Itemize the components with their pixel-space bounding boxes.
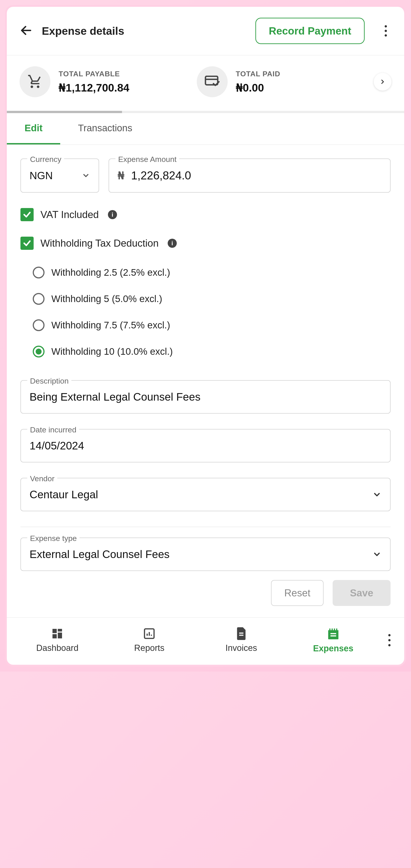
bottom-nav: Dashboard Reports Invoices Expenses [7, 617, 404, 665]
radio-icon [33, 267, 45, 278]
vat-included-row: VAT Included i [21, 208, 390, 221]
svg-rect-5 [58, 632, 62, 639]
expense-type-value: External Legal Counsel Fees [30, 548, 170, 560]
cart-icon [20, 66, 51, 97]
wht-option-label: Withholding 2.5 (2.5% excl.) [51, 267, 170, 278]
info-icon[interactable]: i [108, 210, 117, 219]
paid-value: ₦0.00 [236, 81, 281, 94]
svg-rect-12 [239, 635, 243, 636]
nav-label: Reports [134, 643, 165, 653]
svg-rect-1 [205, 76, 218, 85]
edit-form: Currency NGN Expense Amount ₦ 1,226,824.… [7, 145, 404, 578]
description-label: Description [27, 376, 71, 385]
chevron-down-icon [82, 172, 90, 180]
svg-rect-4 [58, 629, 62, 631]
wht-option-2-5[interactable]: Withholding 2.5 (2.5% excl.) [33, 259, 390, 286]
tab-transactions[interactable]: Transactions [60, 113, 150, 145]
nav-dashboard[interactable]: Dashboard [11, 627, 104, 653]
record-payment-button[interactable]: Record Payment [255, 18, 365, 44]
arrow-left-icon [20, 24, 33, 37]
radio-icon-selected [33, 346, 45, 358]
wht-row: Withholding Tax Deduction i [21, 237, 390, 250]
tabs: Edit Transactions [7, 113, 404, 145]
nav-invoices[interactable]: Invoices [196, 627, 287, 653]
amount-value: 1,226,824.0 [131, 169, 191, 182]
currency-select[interactable]: Currency NGN [21, 158, 99, 193]
date-incurred-input[interactable]: Date incurred 14/05/2024 [21, 429, 390, 462]
form-actions: Reset Save [7, 578, 404, 617]
vat-checkbox[interactable] [21, 208, 34, 221]
reset-button[interactable]: Reset [271, 580, 324, 606]
page-title: Expense details [42, 25, 124, 37]
wht-options: Withholding 2.5 (2.5% excl.) Withholding… [21, 259, 390, 365]
app-screen: Expense details Record Payment TOTAL PAY… [5, 5, 406, 666]
vat-label: VAT Included [40, 209, 99, 220]
nav-reports[interactable]: Reports [104, 627, 196, 653]
expense-type-select[interactable]: Expense type External Legal Counsel Fees [21, 537, 390, 571]
tab-edit[interactable]: Edit [7, 113, 60, 145]
wht-checkbox[interactable] [21, 237, 34, 250]
currency-label: Currency [27, 155, 64, 164]
nav-label: Expenses [313, 644, 353, 653]
overflow-menu-button[interactable] [380, 19, 391, 43]
nav-expenses[interactable]: Expenses [287, 627, 379, 653]
expenses-icon [326, 627, 340, 641]
paid-label: TOTAL PAID [236, 70, 281, 78]
separator [21, 527, 390, 527]
description-input[interactable]: Description Being External Legal Counsel… [21, 380, 390, 413]
info-icon[interactable]: i [168, 239, 177, 248]
amount-label: Expense Amount [115, 155, 179, 164]
radio-icon [33, 319, 45, 331]
wht-option-label: Withholding 7.5 (7.5% excl.) [51, 320, 170, 331]
vendor-label: Vendor [27, 474, 57, 483]
naira-symbol: ₦ [118, 169, 124, 182]
save-button[interactable]: Save [333, 580, 390, 606]
wht-option-7-5[interactable]: Withholding 7.5 (7.5% excl.) [33, 312, 390, 338]
back-button[interactable] [20, 24, 33, 38]
wht-option-label: Withholding 10 (10.0% excl.) [51, 346, 173, 357]
summary-scroll-indicator [7, 111, 122, 113]
nav-label: Invoices [225, 643, 257, 653]
svg-rect-14 [330, 636, 336, 637]
chevron-down-icon [372, 490, 381, 499]
expense-type-label: Expense type [27, 534, 80, 543]
currency-value: NGN [30, 169, 53, 182]
invoices-icon [235, 627, 247, 640]
expense-amount-input[interactable]: Expense Amount ₦ 1,226,824.0 [109, 158, 390, 193]
total-paid: TOTAL PAID ₦0.00 [197, 66, 374, 97]
summary-row: TOTAL PAYABLE ₦1,112,700.84 TOTAL PAID ₦… [7, 55, 404, 111]
nav-label: Dashboard [36, 643, 78, 653]
svg-rect-3 [53, 629, 57, 633]
wht-option-5[interactable]: Withholding 5 (5.0% excl.) [33, 286, 390, 312]
vendor-value: Centaur Legal [30, 488, 98, 501]
vendor-select[interactable]: Vendor Centaur Legal [21, 478, 390, 511]
date-value: 14/05/2024 [30, 439, 381, 452]
wht-option-10[interactable]: Withholding 10 (10.0% excl.) [33, 338, 390, 365]
svg-rect-6 [53, 634, 57, 639]
radio-icon [33, 293, 45, 305]
description-value: Being External Legal Counsel Fees [30, 391, 381, 403]
chevron-right-icon [379, 79, 386, 85]
summary-scroll-track [7, 111, 404, 113]
svg-rect-13 [330, 633, 336, 634]
header: Expense details Record Payment [7, 7, 404, 55]
payable-label: TOTAL PAYABLE [59, 70, 129, 78]
wht-option-label: Withholding 5 (5.0% excl.) [51, 293, 162, 304]
dashboard-icon [51, 627, 64, 640]
check-icon [23, 210, 31, 219]
payable-value: ₦1,112,700.84 [59, 81, 129, 94]
svg-rect-11 [239, 632, 243, 633]
reports-icon [143, 627, 156, 640]
date-label: Date incurred [27, 425, 79, 434]
card-check-icon [197, 66, 228, 97]
nav-more-button[interactable] [379, 634, 400, 646]
check-icon [23, 239, 31, 248]
summary-next-button[interactable] [374, 73, 391, 91]
chevron-down-icon [372, 550, 381, 559]
wht-label: Withholding Tax Deduction [40, 238, 158, 249]
total-payable: TOTAL PAYABLE ₦1,112,700.84 [20, 66, 197, 97]
